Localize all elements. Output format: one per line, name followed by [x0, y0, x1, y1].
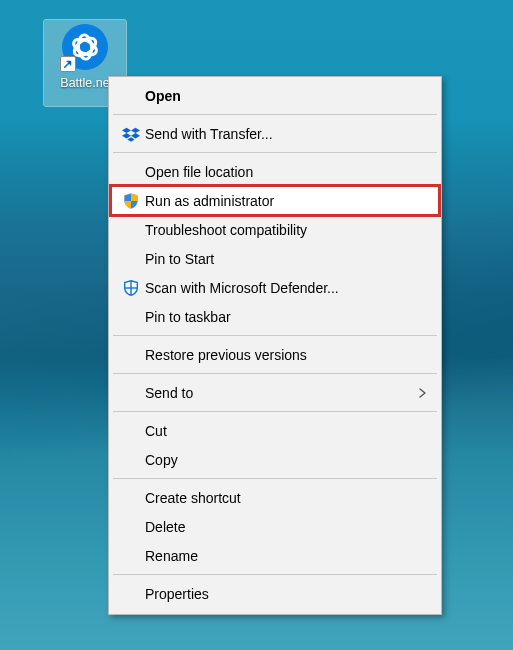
- svg-marker-3: [122, 127, 131, 132]
- svg-marker-5: [122, 133, 131, 138]
- separator: [113, 114, 437, 115]
- separator: [113, 373, 437, 374]
- defender-shield-icon: [117, 279, 145, 297]
- battlenet-icon: [62, 24, 108, 70]
- menu-item-send-with-transfer[interactable]: Send with Transfer...: [111, 119, 439, 148]
- separator: [113, 335, 437, 336]
- menu-item-delete[interactable]: Delete: [111, 512, 439, 541]
- menu-item-cut[interactable]: Cut: [111, 416, 439, 445]
- context-menu: Open Send with Transfer... Open file loc…: [108, 76, 442, 615]
- uac-shield-icon: [117, 192, 145, 210]
- menu-item-restore-previous-versions[interactable]: Restore previous versions: [111, 340, 439, 369]
- desktop-shortcut-label: Battle.ne: [60, 76, 109, 90]
- separator: [113, 574, 437, 575]
- svg-marker-7: [127, 137, 134, 142]
- menu-item-properties[interactable]: Properties: [111, 579, 439, 608]
- menu-item-scan-defender[interactable]: Scan with Microsoft Defender...: [111, 273, 439, 302]
- dropbox-icon: [117, 125, 145, 143]
- menu-item-pin-to-taskbar[interactable]: Pin to taskbar: [111, 302, 439, 331]
- svg-marker-4: [131, 127, 140, 132]
- menu-item-run-as-administrator[interactable]: Run as administrator: [111, 186, 439, 215]
- menu-item-pin-to-start[interactable]: Pin to Start: [111, 244, 439, 273]
- menu-item-open-file-location[interactable]: Open file location: [111, 157, 439, 186]
- svg-marker-6: [131, 133, 140, 138]
- shortcut-arrow-icon: [60, 56, 76, 72]
- menu-item-rename[interactable]: Rename: [111, 541, 439, 570]
- menu-item-send-to[interactable]: Send to: [111, 378, 439, 407]
- submenu-arrow-icon: [417, 387, 429, 399]
- menu-item-create-shortcut[interactable]: Create shortcut: [111, 483, 439, 512]
- menu-item-copy[interactable]: Copy: [111, 445, 439, 474]
- separator: [113, 478, 437, 479]
- separator: [113, 152, 437, 153]
- menu-item-open[interactable]: Open: [111, 81, 439, 110]
- separator: [113, 411, 437, 412]
- menu-item-troubleshoot-compatibility[interactable]: Troubleshoot compatibility: [111, 215, 439, 244]
